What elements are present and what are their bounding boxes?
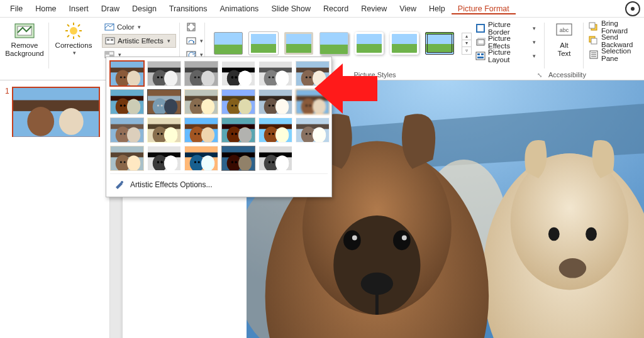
menu-animations[interactable]: Animations <box>214 3 265 14</box>
svg-rect-27 <box>477 57 484 58</box>
gallery-more-button[interactable]: ▿ <box>462 47 471 54</box>
menu-draw[interactable]: Draw <box>95 3 126 14</box>
artistic-effect-option-5[interactable] <box>296 61 330 86</box>
artistic-effect-option-12[interactable] <box>110 117 144 143</box>
artistic-effect-option-20[interactable] <box>184 146 218 171</box>
menu-slideshow[interactable]: Slide Show <box>265 3 317 14</box>
menu-picture-format[interactable]: Picture Format <box>452 3 516 14</box>
artistic-effect-option-7[interactable] <box>147 89 181 114</box>
color-button[interactable]: Color ▾ <box>102 20 176 34</box>
style-double-frame[interactable] <box>425 32 454 55</box>
svg-rect-21 <box>477 25 484 32</box>
artistic-effect-option-19[interactable] <box>147 146 181 171</box>
artistic-effect-option-17[interactable] <box>296 117 330 143</box>
picture-styles-dialog-launcher[interactable]: ⤡ <box>536 71 543 79</box>
artistic-effects-options-button[interactable]: Artistic Effects Options... <box>110 173 328 194</box>
menu-review[interactable]: Review <box>355 3 393 14</box>
artistic-effect-option-21[interactable] <box>221 146 255 171</box>
artistic-effect-option-1[interactable] <box>147 61 181 86</box>
style-soft-edge[interactable] <box>390 32 419 55</box>
artistic-effects-grid <box>110 61 328 171</box>
svg-point-54 <box>343 231 361 251</box>
artistic-effect-option-11[interactable] <box>296 89 330 114</box>
svg-point-40 <box>27 107 54 136</box>
effects-icon <box>475 37 486 47</box>
style-gallery-spinner: ▴ ▾ ▿ <box>462 33 472 55</box>
svg-point-56 <box>352 235 357 240</box>
change-picture-button[interactable]: ▾ <box>184 34 201 48</box>
svg-rect-16 <box>105 52 109 55</box>
artistic-effect-option-14[interactable] <box>184 117 218 143</box>
artistic-effects-button[interactable]: Artistic Effects ▾ <box>102 34 176 48</box>
remove-background-label: Remove Background <box>5 41 43 58</box>
compress-pictures-button[interactable] <box>184 20 201 34</box>
chevron-down-icon: ▾ <box>167 38 170 44</box>
corrections-label: Corrections <box>55 41 92 50</box>
picture-border-button[interactable]: Picture Border▾ <box>473 21 538 35</box>
style-reflected-rounded[interactable] <box>355 32 384 55</box>
options-icon <box>114 179 125 190</box>
svg-point-58 <box>361 273 393 295</box>
menu-insert[interactable]: Insert <box>63 3 95 14</box>
menu-design[interactable]: Design <box>126 3 163 14</box>
svg-rect-14 <box>111 39 113 41</box>
svg-rect-39 <box>13 100 99 111</box>
remove-background-button[interactable]: Remove Background <box>4 20 45 59</box>
svg-rect-25 <box>477 53 480 55</box>
svg-line-10 <box>67 35 69 37</box>
style-simple-frame[interactable] <box>214 32 243 55</box>
alpaca-thumbnail-image <box>13 88 99 137</box>
corrections-button[interactable]: Corrections ▾ <box>53 20 94 58</box>
artistic-effect-option-22[interactable] <box>258 146 292 171</box>
style-beige-mat[interactable] <box>284 32 313 55</box>
sun-icon <box>63 21 84 40</box>
selection-pane-icon <box>589 50 599 60</box>
svg-line-9 <box>78 25 80 26</box>
camera-icon[interactable] <box>625 1 640 16</box>
artistic-effect-option-16[interactable] <box>258 117 292 143</box>
gallery-down-button[interactable]: ▾ <box>462 40 471 47</box>
svg-rect-38 <box>13 88 99 137</box>
compress-icon <box>186 22 196 32</box>
svg-rect-13 <box>107 39 109 41</box>
picture-border-label: Picture Border <box>488 21 529 36</box>
menu-help[interactable]: Help <box>423 3 452 14</box>
artistic-effect-option-18[interactable] <box>110 146 144 171</box>
menu-record[interactable]: Record <box>317 3 355 14</box>
artistic-effect-option-3[interactable] <box>221 61 255 86</box>
menu-transitions[interactable]: Transitions <box>163 3 214 14</box>
artistic-effect-option-0[interactable] <box>110 61 144 86</box>
bring-forward-icon <box>589 22 599 32</box>
menu-home[interactable]: Home <box>29 3 62 14</box>
selection-pane-button[interactable]: Selection Pane <box>587 48 635 62</box>
style-white-mat[interactable] <box>249 32 278 55</box>
alt-text-button[interactable]: abc Alt Text <box>548 20 580 59</box>
artistic-effect-option-2[interactable] <box>184 61 218 86</box>
style-drop-shadow[interactable] <box>319 32 348 55</box>
gallery-up-button[interactable]: ▴ <box>462 33 471 40</box>
artistic-effect-option-6[interactable] <box>110 89 144 114</box>
menu-view[interactable]: View <box>393 3 423 14</box>
artistic-effect-option-13[interactable] <box>147 117 181 143</box>
svg-line-7 <box>67 25 69 26</box>
picture-layout-button[interactable]: Picture Layout▾ <box>473 49 538 63</box>
artistic-effects-label: Artistic Effects <box>118 37 164 45</box>
chevron-down-icon: ▾ <box>73 50 76 56</box>
menu-file[interactable]: File <box>4 3 29 14</box>
artistic-effect-option-9[interactable] <box>221 89 255 114</box>
color-label: Color <box>117 23 134 31</box>
slide-thumbnail-rail: 1 <box>0 80 110 338</box>
svg-point-57 <box>402 235 407 240</box>
svg-point-50 <box>559 258 586 278</box>
artistic-effect-option-4[interactable] <box>258 61 292 86</box>
send-backward-button[interactable]: Send Backward <box>587 34 635 48</box>
artistic-effect-option-10[interactable] <box>258 89 292 114</box>
bring-forward-button[interactable]: Bring Forward <box>587 20 635 34</box>
svg-rect-18 <box>187 23 195 31</box>
artistic-effect-option-8[interactable] <box>184 89 218 114</box>
slide-thumbnail-1[interactable] <box>12 87 100 137</box>
svg-point-49 <box>586 227 597 241</box>
svg-point-41 <box>59 108 84 135</box>
picture-effects-button[interactable]: Picture Effects▾ <box>473 35 538 49</box>
artistic-effect-option-15[interactable] <box>221 117 255 143</box>
